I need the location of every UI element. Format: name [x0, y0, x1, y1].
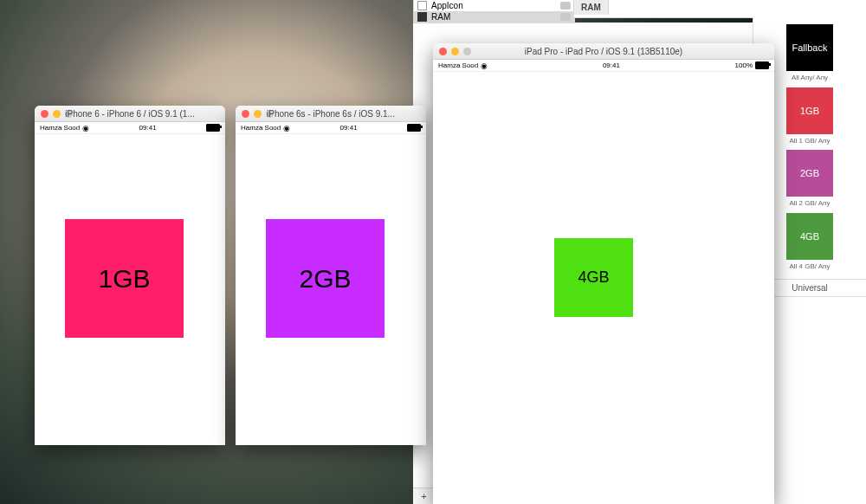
asset-meta: All 2 GB/ Any: [789, 199, 830, 208]
battery-icon: [206, 124, 220, 132]
titlebar[interactable]: iPhone 6s - iPhone 6s / iOS 9.1...: [236, 106, 426, 122]
status-time: 09:41: [139, 124, 157, 132]
ram-square: 4GB: [554, 238, 633, 317]
status-bar: Hamza Sood◉ 09:41 100%: [433, 60, 774, 72]
asset-meta: All 4 GB/ Any: [789, 262, 830, 271]
ram-square-label: 1GB: [98, 264, 150, 294]
titlebar[interactable]: iPhone 6 - iPhone 6 / iOS 9.1 (1...: [35, 106, 225, 122]
simulator-window-iphone6s[interactable]: iPhone 6s - iPhone 6s / iOS 9.1... Hamza…: [236, 106, 426, 445]
swatch-4gb: 4GB: [786, 213, 833, 260]
asset-catalog-list: AppIcon RAM: [413, 0, 575, 23]
wifi-icon: ◉: [82, 124, 89, 132]
asset-row-badge-icon: [560, 13, 571, 21]
wifi-icon: ◉: [481, 61, 488, 70]
battery-icon: [407, 124, 421, 132]
carrier-label: Hamza Sood: [438, 61, 478, 69]
asset-slot-4gb[interactable]: 4GB All 4 GB/ Any: [786, 213, 833, 271]
close-icon[interactable]: [439, 48, 447, 55]
ram-square: 1GB: [65, 219, 184, 338]
swatch-2gb: 2GB: [786, 150, 833, 197]
asset-row-ram[interactable]: RAM: [414, 11, 574, 23]
asset-meta: All Any/ Any: [792, 74, 828, 82]
battery-percent: 100%: [735, 61, 753, 69]
close-icon[interactable]: [242, 110, 249, 118]
ram-square: 2GB: [266, 219, 385, 338]
carrier-label: Hamza Sood: [241, 124, 281, 132]
simulator-window-iphone6[interactable]: iPhone 6 - iPhone 6 / iOS 9.1 (1... Hamz…: [35, 106, 225, 445]
asset-slot-fallback[interactable]: Fallback All Any/ Any: [786, 24, 833, 82]
asset-row-label: RAM: [431, 12, 450, 22]
asset-row-badge-icon: [560, 2, 571, 10]
appicon-thumb-icon: [417, 1, 427, 10]
zoom-icon[interactable]: [266, 110, 274, 118]
ram-thumb-icon: [417, 12, 427, 22]
wifi-icon: ◉: [283, 124, 290, 132]
status-time: 09:41: [340, 124, 358, 132]
window-title: iPad Pro - iPad Pro / iOS 9.1 (13B5110e): [433, 47, 774, 56]
minimize-icon[interactable]: [254, 110, 262, 118]
zoom-icon[interactable]: [65, 110, 73, 118]
status-bar: Hamza Sood◉ 09:41: [236, 122, 426, 134]
asset-slot-1gb[interactable]: 1GB All 1 GB/ Any: [786, 87, 833, 145]
carrier-label: Hamza Sood: [40, 124, 80, 132]
zoom-icon[interactable]: [463, 48, 471, 55]
asset-row-label: AppIcon: [431, 1, 463, 10]
asset-slot-2gb[interactable]: 2GB All 2 GB/ Any: [786, 150, 833, 208]
ram-square-label: 4GB: [578, 268, 609, 287]
close-icon[interactable]: [41, 110, 48, 118]
asset-detail-header: RAM: [573, 0, 866, 18]
minimize-icon[interactable]: [451, 48, 459, 55]
app-canvas: 2GB: [236, 134, 426, 445]
ram-square-label: 2GB: [299, 264, 351, 294]
swatch-fallback: Fallback: [786, 24, 833, 71]
add-asset-button[interactable]: +: [418, 491, 430, 502]
status-bar: Hamza Sood◉ 09:41: [35, 122, 225, 134]
simulator-window-ipadpro[interactable]: iPad Pro - iPad Pro / iOS 9.1 (13B5110e)…: [433, 43, 774, 504]
asset-row-appicon[interactable]: AppIcon: [414, 0, 574, 11]
status-time: 09:41: [603, 61, 620, 69]
app-canvas: 4GB: [433, 72, 774, 504]
asset-detail-tab[interactable]: RAM: [574, 0, 609, 15]
titlebar[interactable]: iPad Pro - iPad Pro / iOS 9.1 (13B5110e): [433, 43, 774, 60]
minimize-icon[interactable]: [53, 110, 61, 118]
asset-meta: All 1 GB/ Any: [789, 137, 830, 145]
battery-icon: [755, 61, 769, 69]
app-canvas: 1GB: [35, 134, 225, 445]
swatch-1gb: 1GB: [786, 87, 833, 134]
